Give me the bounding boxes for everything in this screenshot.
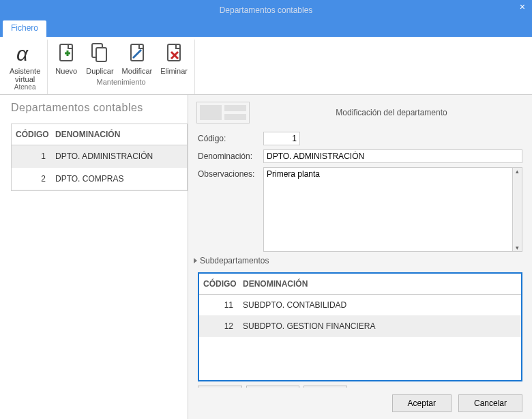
dep-col-header-name[interactable]: DENOMINACIÓN [51,124,187,145]
footer: Aceptar Cancelar [188,388,532,419]
cell-code: 1 [12,145,51,167]
duplicar-button[interactable]: Duplicar [82,40,117,76]
denominacion-input[interactable] [263,149,522,163]
ribbon: α Asistente virtual Atenea Nuevo Duplica… [0,37,532,95]
table-row[interactable]: 11SUBDPTO. CONTABILIDAD [199,295,521,316]
header-icons [196,102,250,124]
close-icon[interactable]: × [520,1,525,12]
cell-name: DPTO. COMPRAS [51,168,187,190]
label-denom: Denominación: [198,149,263,161]
field-placeholder-icon [224,105,246,111]
cancel-button[interactable]: Cancelar [458,394,522,412]
nuevo-label: Nuevo [55,67,77,75]
chevron-right-icon[interactable] [194,258,197,263]
subdep-header-row: CÓDIGO DENOMINACIÓN [199,274,521,295]
field-placeholder-icon [224,114,246,120]
cell-name: SUBDPTO. CONTABILIDAD [239,295,521,315]
right-pane: Modificación del departamento Código: De… [188,95,532,419]
assistant-button[interactable]: α Asistente virtual Atenea [5,40,44,92]
titlebar: Departamentos contables × [0,0,532,20]
left-pane: Departamentos contables CÓDIGO DENOMINAC… [0,95,188,419]
department-form: Código: Denominación: Observaciones: Pri… [188,128,532,272]
image-placeholder-icon [200,105,222,120]
label-codigo: Código: [198,132,263,143]
table-row[interactable]: 1DPTO. ADMINISTRACIÓN [12,145,187,168]
ribbon-group-maintenance: Nuevo Duplicar Modificar Eliminar [48,40,195,94]
window-title: Departamentos contables [220,5,313,15]
chevron-down-icon[interactable]: ▾ [516,244,519,251]
subdep-col-header-name[interactable]: DENOMINACIÓN [239,274,521,294]
modificar-label: Modificar [122,67,153,75]
accept-button[interactable]: Aceptar [392,394,452,412]
new-doc-icon [55,41,78,67]
alpha-icon: α [14,41,37,67]
table-row[interactable]: 2DPTO. COMPRAS [12,168,187,190]
codigo-input[interactable] [263,132,300,145]
label-obs: Observaciones: [198,167,263,179]
pane-title: Departamentos contables [11,102,188,114]
assistant-sub: Atenea [14,83,36,91]
edit-doc-icon [125,41,149,67]
department-table: CÓDIGO DENOMINACIÓN 1DPTO. ADMINISTRACIÓ… [11,124,188,191]
subdep-col-header-code[interactable]: CÓDIGO [199,274,239,294]
cell-code: 11 [199,295,239,315]
panel-title: Modificación del departamento [259,108,524,117]
assistant-label: Asistente virtual [10,67,40,83]
cell-code: 12 [199,316,239,336]
chevron-up-icon[interactable]: ▴ [516,168,519,175]
tab-fichero[interactable]: Fichero [3,20,46,37]
cell-name: SUBDPTO. GESTION FINANCIERA [239,316,521,336]
duplicate-icon [88,41,111,67]
table-row[interactable]: 12SUBDPTO. GESTION FINANCIERA [199,316,521,337]
modificar-button[interactable]: Modificar [118,40,157,76]
duplicar-label: Duplicar [86,67,113,75]
subdeps-heading: Subdepartamentos [198,256,522,265]
eliminar-button[interactable]: Eliminar [156,40,192,76]
tab-strip: Fichero [0,20,532,37]
nuevo-button[interactable]: Nuevo [50,40,82,76]
subdeps-label: Subdepartamentos [200,256,269,265]
subdep-table: CÓDIGO DENOMINACIÓN 11SUBDPTO. CONTABILI… [198,272,522,381]
ribbon-group-assistant: α Asistente virtual Atenea [3,40,48,94]
dep-header-row: CÓDIGO DENOMINACIÓN [12,124,187,145]
observaciones-input[interactable]: Primera planta [263,167,513,252]
cell-name: DPTO. ADMINISTRACIÓN [51,145,187,167]
group-maintenance-label: Mantenimiento [97,78,146,87]
cell-code: 2 [12,168,51,190]
svg-text:α: α [16,42,29,65]
obs-scrollbar[interactable]: ▴▾ [513,167,522,252]
right-header: Modificación del departamento [188,95,532,128]
dep-col-header-code[interactable]: CÓDIGO [12,124,51,145]
delete-doc-icon [162,41,186,67]
svg-rect-5 [96,48,106,61]
eliminar-label: Eliminar [160,67,188,75]
